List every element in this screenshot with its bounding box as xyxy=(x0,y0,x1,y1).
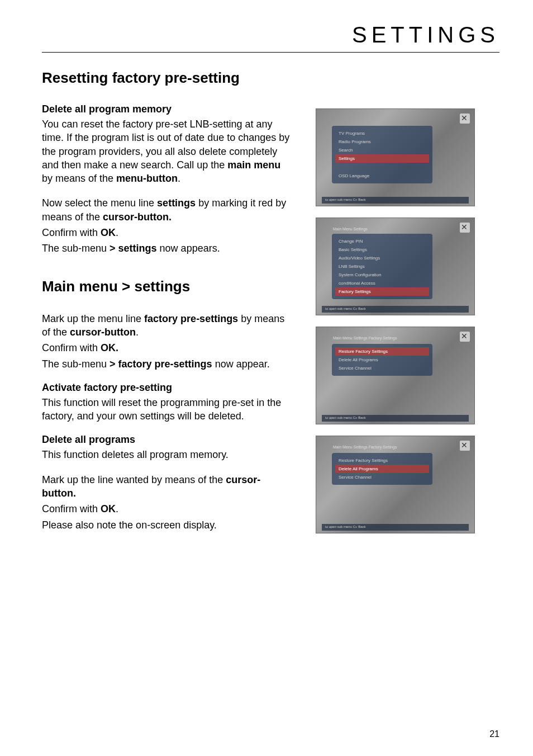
menu-box: Restore Factory Settings Delete All Prog… xyxy=(332,453,432,485)
section4-heading: Delete all programs xyxy=(42,434,293,446)
menu-item: Radio Programs xyxy=(335,138,429,146)
menu-box: Restore Factory Settings Delete All Prog… xyxy=(332,344,432,376)
menu-item-highlighted: Settings xyxy=(335,154,429,163)
menu-box: TV Programs Radio Programs Search Settin… xyxy=(332,126,432,183)
section4-p2: Mark up the line wanted by means of the … xyxy=(42,473,293,500)
section3-p1: This function will reset the programming… xyxy=(42,396,293,423)
section3-heading: Activate factory pre-setting xyxy=(42,382,293,394)
section2-p1: Mark up the menu line factory pre-settin… xyxy=(42,312,293,339)
menu-item-highlighted: Delete All Programs xyxy=(335,465,429,473)
bold-main-menu: main menu xyxy=(227,159,280,171)
text: now appear. xyxy=(212,358,270,370)
left-column: Resetting factory pre-setting Delete all… xyxy=(42,69,293,543)
menu-footer: to open sub menu C+ Back xyxy=(322,524,469,531)
menu-item: System Configuration xyxy=(335,271,429,279)
menu-spacer xyxy=(335,163,429,172)
bold-menu-button: menu-button xyxy=(116,173,178,184)
menu-item: conditional Access xyxy=(335,279,429,287)
section1-p2: Now select the menu line settings by mar… xyxy=(42,196,293,224)
menu-footer: to open sub menu C+ Back xyxy=(322,415,469,422)
screenshot-settings-menu: Main Menu Settings Change PIN Basic Sett… xyxy=(316,218,475,315)
text: Confirm with xyxy=(42,503,101,514)
menu-item: TV Programs xyxy=(335,129,429,138)
text: . xyxy=(116,503,118,514)
sub-heading-main-menu-settings: Main menu > settings xyxy=(42,278,293,295)
content-wrapper: Resetting factory pre-setting Delete all… xyxy=(42,69,499,543)
bold-cursor-button: cursor-button. xyxy=(103,211,172,223)
menu-title: Main Menu Settings xyxy=(333,227,368,231)
section2-p2: Confirm with OK. xyxy=(42,341,293,355)
section1-p3: Confirm with OK. xyxy=(42,226,293,239)
screenshot-factory-settings-2: Main Menu Settings Factory Settings Rest… xyxy=(316,436,475,533)
page-header: SETTINGS xyxy=(42,22,499,48)
right-column: TV Programs Radio Programs Search Settin… xyxy=(316,69,475,543)
menu-item-highlighted: Restore Factory Settings xyxy=(335,347,429,356)
bold-cursor-button: cursor-button xyxy=(70,327,136,338)
text: . xyxy=(136,327,139,338)
menu-item: LNB Settings xyxy=(335,262,429,271)
text: Mark up the line wanted by means of the xyxy=(42,474,226,485)
menu-title: Main Menu Settings Factory Settings xyxy=(333,336,397,340)
text: Now select the menu line xyxy=(42,197,157,209)
text: Confirm with xyxy=(42,227,101,238)
section1-heading: Delete all program memory xyxy=(42,103,293,115)
menu-item: OSD Language xyxy=(335,172,429,180)
text: now appears. xyxy=(157,243,220,254)
text: Mark up the menu line xyxy=(42,313,144,324)
text: by means of the xyxy=(42,173,116,184)
section4-p1: This function deletes all program memory… xyxy=(42,448,293,461)
text: The sub-menu xyxy=(42,243,110,254)
bold-ok: OK xyxy=(101,227,116,238)
menu-item: Audio/Video Settings xyxy=(335,254,429,262)
menu-item: Restore Factory Settings xyxy=(335,456,429,465)
bold-ok: OK. xyxy=(101,342,118,353)
section4-p4: Please also note the on-screen display. xyxy=(42,518,293,532)
menu-item: Search xyxy=(335,146,429,154)
menu-footer: to open sub menu C+ Back xyxy=(322,197,469,204)
menu-footer: to open sub menu C+ Back xyxy=(322,306,469,313)
screenshot-main-menu: TV Programs Radio Programs Search Settin… xyxy=(316,108,475,206)
section1-p1: You can reset the factory pre-set LNB-se… xyxy=(42,117,293,185)
section2-p3: The sub-menu > factory pre-settings now … xyxy=(42,357,293,371)
bold-factory-pre-settings-submenu: > factory pre-settings xyxy=(110,358,212,370)
bold-settings: settings xyxy=(157,197,196,209)
bold-factory-pre-settings: factory pre-settings xyxy=(144,313,238,324)
menu-item: Change PIN xyxy=(335,237,429,245)
menu-item: Delete All Programs xyxy=(335,356,429,364)
text: . xyxy=(178,173,180,184)
menu-box: Change PIN Basic Settings Audio/Video Se… xyxy=(332,234,432,299)
menu-title: Main Menu Settings Factory Settings xyxy=(333,445,397,449)
menu-item: Service Channel xyxy=(335,473,429,481)
page-number: 21 xyxy=(489,729,499,739)
bold-ok: OK xyxy=(101,503,116,514)
text: Confirm with xyxy=(42,342,101,353)
menu-item-highlighted: Factory Settings xyxy=(335,287,429,296)
section1-p4: The sub-menu > settings now appears. xyxy=(42,242,293,255)
bold-settings-submenu: > settings xyxy=(110,243,157,254)
menu-item: Service Channel xyxy=(335,364,429,372)
menu-item: Basic Settings xyxy=(335,245,429,254)
header-divider xyxy=(42,52,499,53)
text: The sub-menu xyxy=(42,358,110,370)
section4-p3: Confirm with OK. xyxy=(42,502,293,516)
main-heading: Resetting factory pre-setting xyxy=(42,69,293,87)
text: . xyxy=(116,227,118,238)
screenshot-factory-settings-1: Main Menu Settings Factory Settings Rest… xyxy=(316,327,475,424)
